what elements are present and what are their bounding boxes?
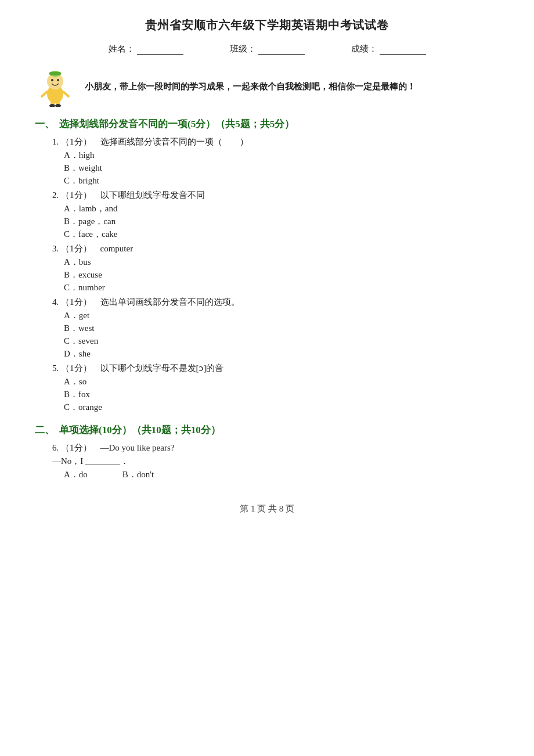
svg-line-10: [42, 92, 47, 96]
option-line: C．bright: [64, 175, 499, 186]
section-label: 二、: [35, 423, 55, 437]
page-footer: 第 1 页 共 8 页: [35, 503, 499, 514]
option-line: A．lamb，and: [64, 203, 499, 214]
svg-line-11: [63, 92, 68, 96]
option-line: B．excuse: [64, 269, 499, 280]
question-block: 5. （1分） 以下哪个划线字母不是发[ɔ]的音A．soB．foxC．orang…: [52, 363, 499, 413]
option-line: A．bus: [64, 257, 499, 268]
question-block: 6. （1分） —Do you like pears?—No，I _______…: [52, 442, 499, 480]
question-line: 4. （1分） 选出单词画线部分发音不同的选项。: [52, 297, 499, 308]
option-line: C．face，cake: [64, 229, 499, 240]
svg-point-3: [57, 79, 59, 81]
section-title-text: 选择划线部分发音不同的一项(5分）（共5题；共5分）: [59, 117, 294, 131]
option-line: B．fox: [64, 389, 499, 400]
sections-container: 一、选择划线部分发音不同的一项(5分）（共5题；共5分）1. （1分） 选择画线…: [35, 117, 499, 480]
question-line: 2. （1分） 以下哪组划线字母发音不同: [52, 190, 499, 201]
score-label: 成绩：: [351, 44, 377, 55]
option-line: B．weight: [64, 163, 499, 174]
svg-rect-5: [49, 72, 61, 75]
question-line: 5. （1分） 以下哪个划线字母不是发[ɔ]的音: [52, 363, 499, 374]
option-line: C．seven: [64, 336, 499, 347]
option-line: A．get: [64, 310, 499, 321]
option-line: B．west: [64, 323, 499, 334]
option-line: A．high: [64, 150, 499, 161]
score-field: 成绩：: [351, 44, 426, 55]
option-line: A．do B．don't: [64, 469, 499, 480]
question-line: 1. （1分） 选择画线部分读音不同的一项（ ）: [52, 136, 499, 147]
score-underline: [380, 44, 426, 55]
option-line: B．page，can: [64, 216, 499, 227]
section-label: 一、: [35, 117, 55, 131]
svg-point-2: [51, 79, 53, 81]
section-title-section1: 一、选择划线部分发音不同的一项(5分）（共5题；共5分）: [35, 117, 499, 131]
welcome-text: 小朋友，带上你一段时间的学习成果，一起来做个自我检测吧，相信你一定是最棒的！: [85, 81, 416, 92]
question-subtext: —No，I ________．: [52, 456, 499, 467]
info-row: 姓名： 班级： 成绩：: [35, 44, 499, 55]
class-field: 班级：: [230, 44, 305, 55]
question-block: 4. （1分） 选出单词画线部分发音不同的选项。A．getB．westC．sev…: [52, 297, 499, 359]
section-title-section2: 二、单项选择(10分）（共10题；共10分）: [35, 423, 499, 437]
name-label: 姓名：: [109, 44, 135, 55]
class-label: 班级：: [230, 44, 256, 55]
section-title-text: 单项选择(10分）（共10题；共10分）: [59, 423, 221, 437]
name-underline: [137, 44, 183, 55]
mascot-row: 小朋友，带上你一段时间的学习成果，一起来做个自我检测吧，相信你一定是最棒的！: [35, 66, 499, 107]
question-line: 6. （1分） —Do you like pears?: [52, 442, 499, 453]
question-block: 2. （1分） 以下哪组划线字母发音不同A．lamb，andB．page，can…: [52, 190, 499, 240]
question-line: 3. （1分） computer: [52, 243, 499, 254]
option-line: D．she: [64, 348, 499, 359]
class-underline: [258, 44, 305, 55]
question-block: 3. （1分） computerA．busB．excuseC．number: [52, 243, 499, 293]
page-title: 贵州省安顺市六年级下学期英语期中考试试卷: [35, 17, 499, 33]
mascot-image: [35, 66, 75, 107]
option-line: A．so: [64, 376, 499, 387]
name-field: 姓名：: [109, 44, 183, 55]
option-line: C．number: [64, 282, 499, 293]
option-line: C．orange: [64, 402, 499, 413]
question-block: 1. （1分） 选择画线部分读音不同的一项（ ）A．highB．weightC．…: [52, 136, 499, 186]
